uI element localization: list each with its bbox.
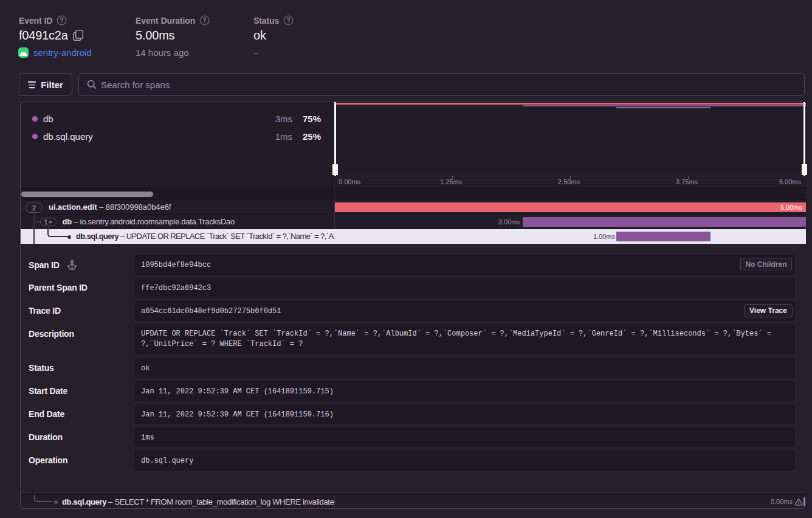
svg-text:?: ? bbox=[287, 17, 291, 24]
svg-text:?: ? bbox=[203, 17, 207, 24]
svg-text:?: ? bbox=[60, 17, 64, 24]
